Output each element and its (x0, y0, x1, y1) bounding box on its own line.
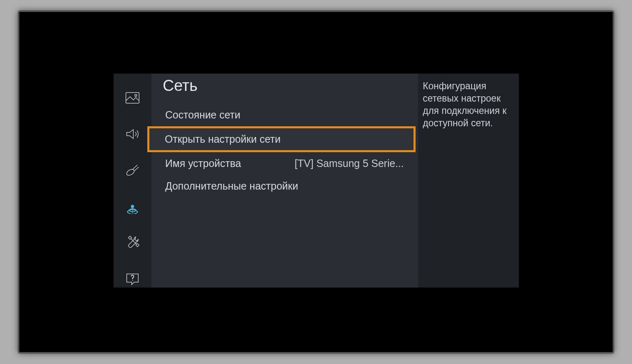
svg-point-3 (131, 205, 134, 208)
menu-item-label: Дополнительные настройки (165, 180, 298, 192)
page-title: Сеть (163, 77, 408, 95)
description-text: Конфигурация сетевых настроек для подклю… (423, 80, 511, 130)
sidebar (114, 74, 151, 287)
tv-frame: Сеть Состояние сети Открыть настройки се… (18, 10, 614, 354)
menu-item-label: Открыть настройки сети (165, 133, 281, 145)
menu-item-network-status[interactable]: Состояние сети (161, 104, 408, 126)
menu-item-label: Имя устройства (165, 158, 241, 169)
menu-item-open-network-settings[interactable]: Открыть настройки сети (147, 126, 416, 152)
svg-point-2 (125, 168, 135, 176)
tools-icon[interactable] (125, 235, 140, 250)
menu-item-device-name[interactable]: Имя устройства [TV] Samsung 5 Serie... (161, 152, 408, 175)
menu-item-advanced-settings[interactable]: Дополнительные настройки (161, 175, 408, 197)
sound-icon[interactable] (125, 126, 140, 142)
main-content: Сеть Состояние сети Открыть настройки се… (151, 74, 418, 287)
picture-icon[interactable] (125, 90, 140, 106)
network-icon[interactable] (125, 199, 140, 214)
menu-item-value: [TV] Samsung 5 Serie... (295, 158, 404, 169)
support-icon[interactable] (125, 271, 140, 287)
description-panel: Конфигурация сетевых настроек для подклю… (418, 74, 519, 287)
svg-point-1 (135, 95, 137, 97)
menu-item-label: Состояние сети (165, 109, 241, 121)
broadcast-icon[interactable] (125, 162, 140, 178)
tv-screen: Сеть Состояние сети Открыть настройки се… (114, 74, 519, 287)
svg-rect-0 (126, 93, 139, 103)
svg-point-5 (132, 280, 133, 281)
